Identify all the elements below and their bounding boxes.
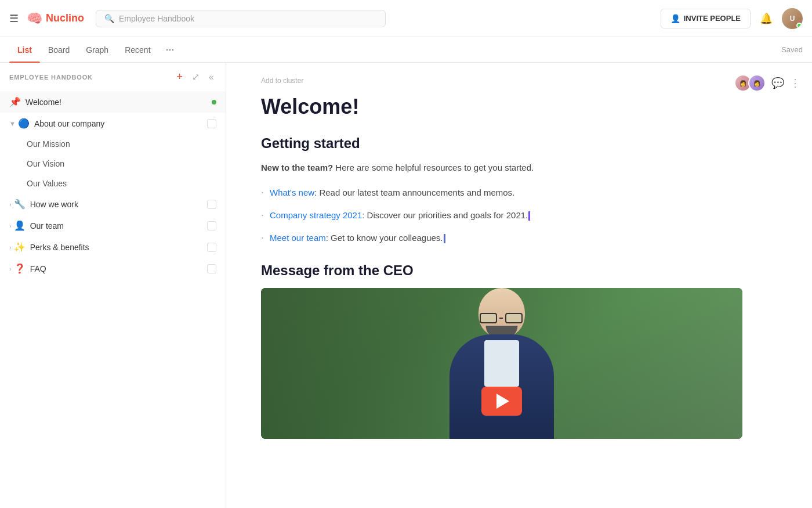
chevron-down-icon: ▼ xyxy=(9,120,16,127)
tab-board[interactable]: Board xyxy=(40,37,78,63)
bullet-dot-icon: · xyxy=(261,184,264,201)
online-dot xyxy=(212,100,216,105)
content-toolbar: 👩 👩 💬 ⋮ xyxy=(734,74,800,92)
invite-label: INVITE PEOPLE xyxy=(684,14,741,23)
expand-icon[interactable]: ⤢ xyxy=(190,70,202,84)
collapse-icon[interactable]: « xyxy=(206,70,216,84)
tools-icon: 🔧 xyxy=(14,199,26,210)
tab-list[interactable]: List xyxy=(9,37,40,63)
sidebar-item-faq[interactable]: › ❓ FAQ xyxy=(0,258,226,279)
main-body: EMPLOYEE HANDBOOK + ⤢ « 📌 Welcome! ▼ 🔵 A… xyxy=(0,63,812,508)
sidebar-item-mission[interactable]: Our Mission xyxy=(0,134,226,154)
tab-graph[interactable]: Graph xyxy=(78,37,117,63)
sidebar: EMPLOYEE HANDBOOK + ⤢ « 📌 Welcome! ▼ 🔵 A… xyxy=(0,63,226,508)
company-strategy-link[interactable]: Company strategy 2021 xyxy=(270,210,362,220)
sidebar-header-actions: + ⤢ « xyxy=(175,70,216,84)
content-area: 👩 👩 💬 ⋮ Add to cluster Welcome! Getting … xyxy=(226,63,812,508)
chevron-right-icon: › xyxy=(9,201,12,208)
checkbox-perks[interactable] xyxy=(207,243,216,252)
saved-label: Saved xyxy=(781,45,803,54)
invite-button[interactable]: 👤 INVITE PEOPLE xyxy=(661,9,751,28)
list-item: · Meet our team: Get to know your collea… xyxy=(261,229,777,246)
meet-our-team-link[interactable]: Meet our team xyxy=(270,233,326,243)
intro-paragraph: New to the team? Here are some helpful r… xyxy=(261,161,777,175)
tab-bar: List Board Graph Recent ··· Saved xyxy=(0,37,812,63)
sidebar-item-vision[interactable]: Our Vision xyxy=(0,154,226,174)
list-item: · Company strategy 2021: Discover our pr… xyxy=(261,207,777,224)
chevron-right-icon4: › xyxy=(9,265,12,272)
online-indicator xyxy=(796,23,802,28)
tab-recent[interactable]: Recent xyxy=(117,37,158,63)
app-name: Nuclino xyxy=(46,12,84,24)
search-icon: 🔍 xyxy=(104,14,114,23)
ceo-figure xyxy=(420,288,583,439)
sidebar-item-team[interactable]: › 👤 Our team xyxy=(0,215,226,236)
more-options-icon[interactable]: ⋮ xyxy=(790,77,800,89)
pin-icon: 📌 xyxy=(9,96,21,107)
add-item-button[interactable]: + xyxy=(175,70,186,84)
cursor-indicator xyxy=(528,211,530,221)
chevron-right-icon2: › xyxy=(9,222,12,229)
video-background xyxy=(261,288,742,439)
sidebar-item-perks[interactable]: › ✨ Perks & benefits xyxy=(0,236,226,258)
comment-icon[interactable]: 💬 xyxy=(771,77,784,89)
ceo-section-heading: Message from the CEO xyxy=(261,262,777,279)
user-avatar[interactable]: U xyxy=(782,8,803,29)
chevron-right-icon3: › xyxy=(9,244,12,251)
people-icon: 👤 xyxy=(14,220,26,231)
question-icon: ❓ xyxy=(14,263,26,274)
info-icon: 🔵 xyxy=(18,118,30,129)
list-item: · What's new: Read our latest team annou… xyxy=(261,184,777,201)
cursor-indicator-2 xyxy=(444,234,445,243)
page-title: Welcome! xyxy=(261,94,777,119)
checkbox-faq[interactable] xyxy=(207,264,216,273)
logo-icon: 🧠 xyxy=(27,11,42,26)
sidebar-item-welcome[interactable]: 📌 Welcome! xyxy=(0,91,226,113)
play-icon xyxy=(496,394,509,409)
collab-avatar-2: 👩 xyxy=(748,74,766,92)
logo[interactable]: 🧠 Nuclino xyxy=(27,11,84,26)
collaborator-avatars: 👩 👩 xyxy=(734,74,766,92)
resources-list: · What's new: Read our latest team annou… xyxy=(261,184,777,246)
getting-started-heading: Getting started xyxy=(261,135,777,152)
top-nav: ☰ 🧠 Nuclino 🔍 Employee Handbook 👤 INVITE… xyxy=(0,0,812,37)
search-bar[interactable]: 🔍 Employee Handbook xyxy=(96,10,386,27)
hamburger-menu[interactable]: ☰ xyxy=(9,12,19,25)
search-placeholder: Employee Handbook xyxy=(119,14,194,23)
checkbox-how[interactable] xyxy=(207,200,216,209)
nav-right: 👤 INVITE PEOPLE 🔔 U xyxy=(661,8,803,29)
bullet-dot-icon: · xyxy=(261,207,264,224)
sidebar-header: EMPLOYEE HANDBOOK + ⤢ « xyxy=(0,63,226,91)
whats-new-link[interactable]: What's new xyxy=(270,188,314,197)
sidebar-item-values[interactable]: Our Values xyxy=(0,174,226,193)
person-add-icon: 👤 xyxy=(670,14,680,23)
checkbox-about[interactable] xyxy=(207,119,216,128)
bullet-dot-icon: · xyxy=(261,229,264,246)
sidebar-item-about[interactable]: ▼ 🔵 About our company xyxy=(0,113,226,134)
play-button[interactable] xyxy=(481,387,522,416)
tab-more-icon[interactable]: ··· xyxy=(161,44,179,56)
checkbox-team[interactable] xyxy=(207,221,216,230)
add-to-cluster[interactable]: Add to cluster xyxy=(261,77,777,85)
ceo-video[interactable] xyxy=(261,288,742,439)
sidebar-item-how[interactable]: › 🔧 How we work xyxy=(0,193,226,215)
notification-bell-icon[interactable]: 🔔 xyxy=(760,12,773,25)
star-icon: ✨ xyxy=(14,242,26,253)
